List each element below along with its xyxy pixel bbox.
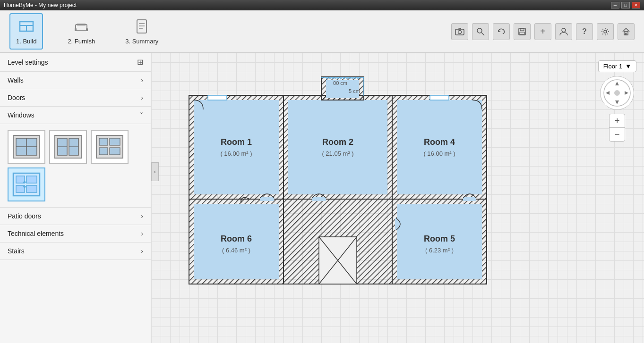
- canvas-area[interactable]: 00 cm 5 cm Room 1 ( 16.00 m² ) Room 2 ( …: [151, 53, 644, 343]
- svg-rect-17: [520, 32, 524, 34]
- svg-point-18: [562, 28, 566, 32]
- zoom-in-button[interactable]: +: [610, 114, 625, 127]
- svg-text:( 21.05 m² ): ( 21.05 m² ): [322, 150, 353, 157]
- svg-point-87: [614, 90, 620, 96]
- svg-point-19: [604, 30, 607, 33]
- floor-plan: 00 cm 5 cm Room 1 ( 16.00 m² ) Room 2 ( …: [180, 76, 548, 341]
- svg-text:Room 4: Room 4: [424, 137, 455, 147]
- floor-selector[interactable]: Floor 1 ▼: [598, 60, 636, 72]
- undo-icon[interactable]: [493, 23, 510, 40]
- search-icon[interactable]: [472, 23, 489, 40]
- restore-button[interactable]: □: [621, 2, 630, 8]
- svg-rect-6: [77, 24, 86, 25]
- help-icon[interactable]: ?: [576, 23, 593, 40]
- sidebar-collapse-button[interactable]: ‹: [151, 162, 159, 181]
- tab-summary[interactable]: 3. Summary: [120, 14, 164, 49]
- svg-rect-40: [26, 185, 37, 192]
- technical-elements-label: Technical elements: [8, 230, 64, 237]
- titlebar-controls: ─ □ ✕: [611, 2, 640, 8]
- app-title: HomeByMe - My new project: [4, 2, 77, 8]
- close-button[interactable]: ✕: [632, 2, 640, 8]
- tab-build-label: 1. Build: [16, 38, 36, 45]
- svg-point-12: [458, 30, 462, 33]
- level-settings-section[interactable]: Level settings ⊞: [0, 53, 151, 72]
- window-type-4[interactable]: [8, 167, 45, 201]
- save-icon[interactable]: [514, 23, 531, 40]
- user-icon[interactable]: [555, 23, 572, 40]
- windows-section[interactable]: Windows ˅: [0, 107, 151, 124]
- window-type-3[interactable]: [91, 130, 129, 164]
- window-type-1[interactable]: [8, 130, 45, 164]
- svg-text:( 6.23 m² ): ( 6.23 m² ): [425, 247, 454, 254]
- technical-elements-chevron-icon: ›: [141, 230, 143, 237]
- windows-chevron-icon: ˅: [140, 111, 143, 119]
- right-toolbar: + ?: [451, 23, 635, 40]
- svg-rect-61: [260, 197, 274, 201]
- svg-rect-63: [463, 197, 476, 201]
- svg-rect-49: [397, 100, 482, 194]
- svg-rect-45: [194, 100, 279, 194]
- svg-text:( 6.46 m² ): ( 6.46 m² ): [222, 247, 250, 254]
- minimize-button[interactable]: ─: [611, 2, 619, 8]
- svg-text:Room 2: Room 2: [322, 137, 353, 147]
- patio-doors-section[interactable]: Patio doors ›: [0, 208, 151, 225]
- add-icon[interactable]: +: [534, 23, 551, 40]
- svg-rect-35: [110, 148, 120, 155]
- settings-icon[interactable]: [597, 23, 614, 40]
- svg-rect-5: [86, 28, 88, 31]
- navigation-control[interactable]: [600, 76, 634, 110]
- stairs-section[interactable]: Stairs ›: [0, 243, 151, 260]
- technical-elements-section[interactable]: Technical elements ›: [0, 225, 151, 243]
- svg-rect-7: [137, 20, 146, 33]
- svg-line-14: [481, 33, 484, 35]
- windows-label: Windows: [8, 111, 34, 119]
- svg-rect-81: [430, 95, 449, 100]
- svg-rect-47: [288, 100, 387, 194]
- toolbar: 1. Build 2. Furnish: [0, 10, 644, 53]
- build-icon: [18, 18, 35, 35]
- patio-doors-chevron-icon: ›: [141, 212, 143, 220]
- svg-rect-34: [99, 148, 108, 155]
- svg-text:( 16.00 m² ): ( 16.00 m² ): [220, 150, 252, 157]
- doors-section[interactable]: Doors ›: [0, 89, 151, 107]
- stairs-label: Stairs: [8, 247, 25, 255]
- svg-rect-38: [26, 176, 37, 183]
- content: Level settings ⊞ Walls › Doors › Windows…: [0, 53, 644, 343]
- tab-summary-label: 3. Summary: [125, 38, 158, 45]
- svg-text:5 cm: 5 cm: [349, 88, 360, 94]
- zoom-out-button[interactable]: −: [610, 128, 625, 141]
- home-icon[interactable]: [618, 23, 635, 40]
- app: 1. Build 2. Furnish: [0, 10, 644, 343]
- walls-section[interactable]: Walls ›: [0, 72, 151, 89]
- furnish-icon: [73, 18, 90, 35]
- camera-icon[interactable]: [451, 23, 468, 40]
- walls-label: Walls: [8, 76, 24, 84]
- tab-build[interactable]: 1. Build: [9, 13, 43, 50]
- tab-furnish-label: 2. Furnish: [68, 38, 95, 45]
- doors-label: Doors: [8, 94, 25, 101]
- svg-text:Room 5: Room 5: [424, 234, 455, 243]
- zoom-controls: + −: [609, 114, 625, 142]
- level-settings-label: Level settings: [8, 59, 48, 66]
- svg-rect-33: [110, 138, 120, 145]
- svg-text:Room 6: Room 6: [221, 234, 252, 243]
- svg-text:00 cm: 00 cm: [333, 80, 347, 86]
- svg-text:Room 1: Room 1: [221, 137, 252, 147]
- floor-selector-arrow-icon: ▼: [625, 63, 631, 70]
- svg-rect-32: [99, 138, 108, 145]
- titlebar: HomeByMe - My new project ─ □ ✕: [0, 0, 644, 10]
- svg-rect-4: [75, 28, 77, 31]
- svg-rect-80: [208, 95, 227, 100]
- doors-chevron-icon: ›: [141, 94, 143, 101]
- sidebar: Level settings ⊞ Walls › Doors › Windows…: [0, 53, 151, 343]
- floor-selector-label: Floor 1: [603, 63, 622, 70]
- window-type-2[interactable]: [49, 130, 87, 164]
- walls-chevron-icon: ›: [141, 76, 143, 84]
- canvas-controls: Floor 1 ▼ + −: [598, 60, 636, 142]
- svg-rect-62: [312, 197, 326, 201]
- patio-doors-label: Patio doors: [8, 212, 41, 220]
- level-settings-icon[interactable]: ⊞: [137, 58, 143, 67]
- summary-icon: [133, 18, 150, 35]
- svg-point-13: [477, 28, 482, 33]
- tab-furnish[interactable]: 2. Furnish: [62, 14, 101, 49]
